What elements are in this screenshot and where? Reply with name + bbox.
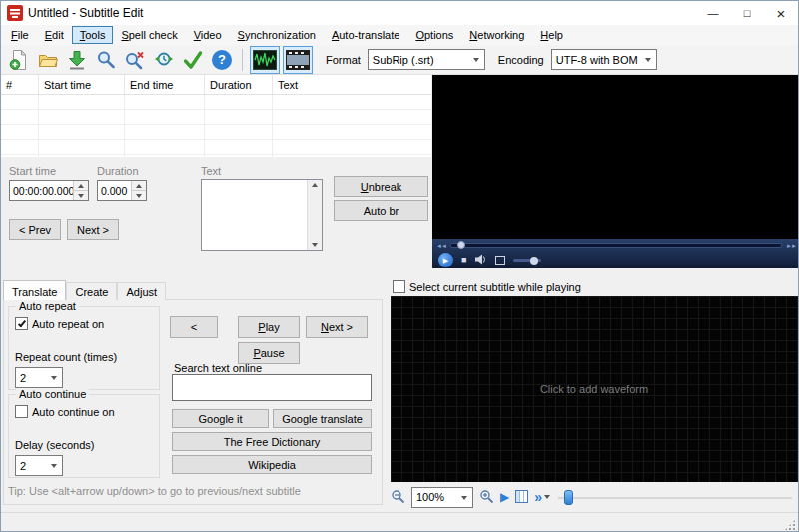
google-translate-button[interactable]: Google translate [273, 409, 372, 428]
spell-check-button[interactable] [180, 47, 206, 73]
waveform-toggle-button[interactable] [250, 46, 280, 74]
volume-slider[interactable] [513, 259, 541, 262]
chevron-down-icon [645, 58, 651, 62]
volume-icon[interactable] [474, 254, 487, 266]
free-dictionary-button[interactable]: The Free Dictionary [172, 432, 372, 451]
seek-bar[interactable] [450, 243, 782, 248]
text-scrollbar[interactable] [307, 180, 322, 250]
search-input[interactable] [172, 374, 372, 401]
zoom-in-button[interactable] [479, 489, 494, 506]
video-player[interactable]: ◄◄ ►► ▶ ■ [432, 75, 799, 268]
subtitle-row[interactable] [1, 125, 431, 140]
column-header-text[interactable]: Text [273, 75, 431, 94]
playback-speed-button[interactable]: » [534, 490, 550, 504]
select-current-subtitle-checkbox[interactable]: Select current subtitle while playing [393, 280, 581, 293]
encoding-select[interactable]: UTF-8 with BOM [551, 49, 657, 70]
open-file-button[interactable] [35, 47, 61, 73]
google-it-button[interactable]: Google it [172, 409, 269, 428]
spinner-up-icon[interactable] [74, 181, 88, 190]
waveform-position-slider[interactable] [558, 489, 798, 506]
filmstrip-icon [286, 50, 310, 70]
subtitle-list-body[interactable] [1, 95, 431, 157]
spinner-down-icon[interactable] [132, 190, 146, 200]
stop-button[interactable]: ■ [461, 256, 466, 265]
find-button[interactable] [93, 47, 119, 73]
volume-thumb[interactable] [530, 257, 538, 265]
prev-subtitle-button[interactable]: < Prev [9, 219, 61, 240]
spinner-down-icon[interactable] [74, 190, 88, 200]
menu-tools[interactable]: Tools [72, 26, 114, 44]
menu-networking[interactable]: Networking [461, 26, 532, 44]
column-header-duration[interactable]: Duration [205, 75, 273, 94]
video-toggle-button[interactable] [283, 46, 313, 74]
seek-back-button[interactable]: < [170, 316, 218, 338]
column-header-number[interactable]: # [1, 75, 39, 94]
menu-synchronization[interactable]: Synchronization [230, 26, 324, 44]
toolbar-separator [242, 49, 243, 71]
seek-forward-icon[interactable]: ►► [786, 243, 796, 249]
menu-file[interactable]: File [3, 26, 37, 44]
column-header-end-time[interactable]: End time [125, 75, 205, 94]
seek-back-icon[interactable]: ◄◄ [436, 243, 446, 249]
menu-edit[interactable]: Edit [37, 26, 72, 44]
zoom-out-button[interactable] [391, 489, 405, 506]
tab-adjust[interactable]: Adjust [117, 282, 166, 300]
maximize-button[interactable]: □ [730, 1, 764, 25]
scroll-up-icon[interactable] [312, 183, 318, 187]
subtitle-list-header: # Start time End time Duration Text [1, 75, 431, 95]
save-button[interactable] [64, 47, 90, 73]
delay-select[interactable]: 2 [15, 455, 63, 476]
menu-help[interactable]: Help [532, 26, 571, 44]
menu-video[interactable]: Video [186, 26, 230, 44]
play-button-tab[interactable]: Play [238, 316, 300, 338]
waveform-play-button[interactable]: ▶ [500, 491, 509, 503]
spectrogram-button[interactable] [515, 490, 528, 505]
menu-bar: File Edit Tools Spell check Video Synchr… [1, 25, 798, 45]
spinner-up-icon[interactable] [132, 181, 146, 190]
wikipedia-button[interactable]: Wikipedia [172, 455, 372, 474]
waveform-area[interactable]: Click to add waveform [391, 296, 798, 482]
scroll-down-icon[interactable] [312, 243, 318, 247]
auto-continue-group: Auto continue Auto continue on Delay (se… [8, 394, 160, 478]
help-button[interactable]: ? [209, 47, 235, 73]
auto-continue-checkbox[interactable]: Auto continue on [15, 405, 115, 418]
menu-options[interactable]: Options [407, 26, 461, 44]
subtitle-text-area[interactable] [201, 179, 323, 251]
pause-button[interactable]: Pause [238, 342, 300, 364]
app-icon [7, 5, 23, 21]
auto-break-button[interactable]: Auto br [334, 200, 428, 221]
replace-button[interactable] [122, 47, 148, 73]
start-time-spinner[interactable]: 00:00:00.000 [9, 180, 89, 201]
edit-panel: Start time Duration 00:00:00.000 0.000 T… [1, 157, 431, 268]
minimize-button[interactable]: — [696, 1, 730, 25]
checkbox-unchecked-icon [15, 405, 28, 418]
visual-sync-button[interactable] [151, 47, 177, 73]
next-button-tab[interactable]: Next > [306, 316, 368, 338]
tab-translate[interactable]: Translate [3, 280, 66, 300]
new-file-button[interactable] [6, 47, 32, 73]
tab-create[interactable]: Create [66, 282, 117, 300]
fullscreen-icon[interactable] [495, 256, 505, 265]
subtitle-row[interactable] [1, 140, 431, 155]
unbreak-button[interactable]: Unbreak [334, 176, 428, 197]
slider-thumb[interactable] [564, 490, 573, 505]
menu-auto-translate[interactable]: Auto-translate [324, 26, 408, 44]
next-subtitle-button[interactable]: Next > [67, 219, 119, 240]
play-button[interactable]: ▶ [438, 253, 453, 267]
start-time-label: Start time [9, 165, 56, 177]
resize-grip[interactable] [784, 519, 796, 531]
format-select[interactable]: SubRip (.srt) [368, 49, 485, 70]
seek-thumb[interactable] [457, 241, 465, 249]
save-icon [66, 49, 88, 71]
repeat-count-select[interactable]: 2 [15, 367, 63, 388]
horizontal-splitter[interactable] [1, 268, 798, 276]
close-button[interactable]: × [764, 1, 798, 25]
menu-spell-check[interactable]: Spell check [113, 26, 185, 44]
waveform-toolbar: 100% ▶ » [391, 486, 798, 508]
zoom-select[interactable]: 100% [411, 487, 473, 508]
auto-repeat-checkbox[interactable]: Auto repeat on [15, 317, 104, 330]
subtitle-row[interactable] [1, 110, 431, 125]
subtitle-row[interactable] [1, 95, 431, 110]
duration-spinner[interactable]: 0.000 [97, 180, 147, 201]
column-header-start-time[interactable]: Start time [39, 75, 125, 94]
